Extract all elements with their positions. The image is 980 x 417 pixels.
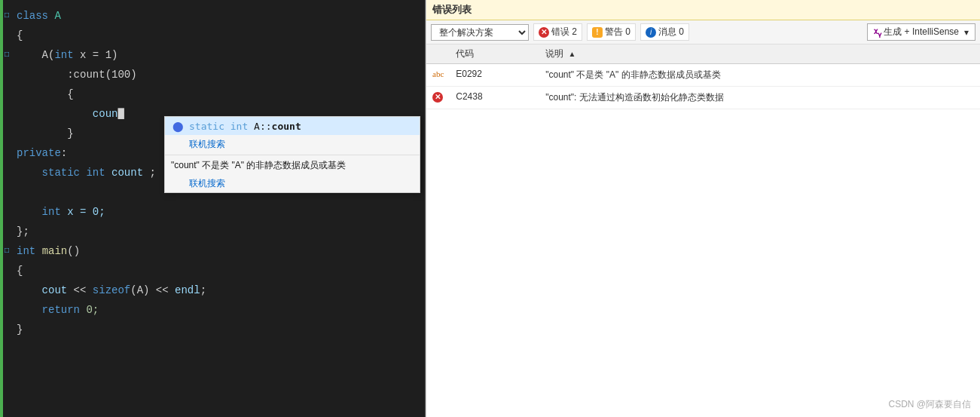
sort-indicator: ▲ — [569, 50, 576, 58]
col-code[interactable]: 代码 — [450, 44, 539, 64]
line-indicator-1: □ — [0, 6, 14, 26]
error-row-1-icon: abc — [426, 64, 450, 87]
autocomplete-search-icon-1 — [171, 137, 185, 151]
code-line-12: }; — [0, 222, 425, 241]
autocomplete-link-label-1[interactable]: 联机搜索 — [189, 138, 225, 151]
abc-icon: abc — [432, 69, 444, 78]
error-row-2-icon: ✕ — [426, 87, 450, 109]
line-content-4: :count(100) — [14, 65, 419, 84]
line-content-17: } — [14, 320, 419, 339]
line-content-1: class A — [14, 6, 419, 26]
intellisense-btn-label: 生成 + IntelliSense — [884, 26, 959, 38]
line-content-15: cout << sizeof(A) << endl; — [14, 281, 419, 300]
line-content-13: int main() — [14, 241, 419, 261]
col-desc[interactable]: 说明 ▲ — [539, 44, 980, 64]
code-line-1: □ class A — [0, 6, 425, 26]
watermark: CSDN @阿森要自信 — [888, 398, 971, 411]
error-icon: ✕ — [539, 27, 549, 38]
line-content-2: { — [14, 26, 419, 45]
code-line-3: □ A(int x = 1) — [0, 45, 425, 65]
error-panel: 错误列表 整个解决方案 当前文档 当前项目 ✕ 错误 2 ! 警告 0 i 消息… — [426, 0, 980, 417]
autocomplete-item-online-search-2[interactable]: 联机搜索 — [165, 174, 420, 192]
code-line-14: { — [0, 261, 425, 281]
line-indicator-3: □ — [0, 45, 14, 65]
warning-badge-label: 警告 0 — [605, 26, 630, 38]
intellisense-icon: ᵡᵧ — [874, 26, 881, 38]
warning-icon: ! — [592, 27, 603, 38]
error-panel-title: 错误列表 — [426, 0, 980, 20]
code-line-13: □ int main() — [0, 241, 425, 261]
scope-select[interactable]: 整个解决方案 当前文档 当前项目 — [431, 24, 529, 41]
error-badge-label: 错误 2 — [551, 26, 577, 38]
info-count-badge[interactable]: i 消息 0 — [640, 23, 689, 41]
line-content-12: }; — [14, 222, 419, 241]
autocomplete-item-label-1: static int A::count — [189, 121, 301, 132]
error-row-2-code: C2438 — [450, 87, 539, 109]
code-line-11: int x = 0; — [0, 202, 425, 222]
autocomplete-divider — [165, 155, 420, 155]
col-icon — [426, 44, 450, 64]
info-icon: i — [646, 27, 656, 38]
code-line-15: cout << sizeof(A) << endl; — [0, 281, 425, 300]
autocomplete-search-icon-2 — [171, 176, 185, 190]
line-content-14: { — [14, 261, 419, 281]
error-row-2-desc: "count": 无法通过构造函数初始化静态类数据 — [539, 87, 980, 109]
autocomplete-link-label-2[interactable]: 联机搜索 — [189, 177, 225, 190]
code-line-17: } — [0, 320, 425, 339]
error-row-1[interactable]: abc E0292 "count" 不是类 "A" 的非静态数据成员或基类 — [426, 64, 980, 87]
code-line-16: return 0; — [0, 300, 425, 320]
code-line-5: { — [0, 84, 425, 104]
autocomplete-item-online-search-1[interactable]: 联机搜索 — [165, 135, 420, 153]
autocomplete-item-static-count[interactable]: ⬤ static int A::count — [165, 117, 420, 135]
intellisense-button[interactable]: ᵡᵧ 生成 + IntelliSense ▾ — [867, 23, 975, 41]
autocomplete-error-desc: "count" 不是类 "A" 的非静态数据成员或基类 — [165, 157, 420, 174]
line-content-16: return 0; — [14, 300, 419, 320]
error-row-2[interactable]: ✕ C2438 "count": 无法通过构造函数初始化静态类数据 — [426, 87, 980, 109]
code-editor[interactable]: □ class A { □ A(int x = 1) :count(100) { — [0, 0, 426, 417]
error-row-1-code: E0292 — [450, 64, 539, 87]
error-table: 代码 说明 ▲ abc E0292 "count" 不是类 "A" 的非静态数据… — [426, 44, 980, 417]
intellisense-dropdown-icon: ▾ — [964, 27, 969, 38]
info-badge-label: 消息 0 — [658, 26, 684, 38]
autocomplete-popup[interactable]: ⬤ static int A::count 联机搜索 "count" 不是类 "… — [164, 116, 420, 193]
error-circle-icon: ✕ — [432, 92, 443, 103]
line-content-11: int x = 0; — [14, 202, 419, 222]
error-count-badge[interactable]: ✕ 错误 2 — [533, 23, 582, 41]
warning-count-badge[interactable]: ! 警告 0 — [587, 23, 636, 41]
line-content-5: { — [14, 84, 419, 104]
line-indicator-13: □ — [0, 241, 14, 261]
error-row-1-desc: "count" 不是类 "A" 的非静态数据成员或基类 — [539, 64, 980, 87]
code-line-2: { — [0, 26, 425, 45]
code-line-4: :count(100) — [0, 65, 425, 84]
line-content-3: A(int x = 1) — [14, 45, 419, 65]
error-panel-toolbar: 整个解决方案 当前文档 当前项目 ✕ 错误 2 ! 警告 0 i 消息 0 ᵡᵧ… — [426, 20, 980, 44]
autocomplete-member-icon: ⬤ — [171, 119, 185, 133]
